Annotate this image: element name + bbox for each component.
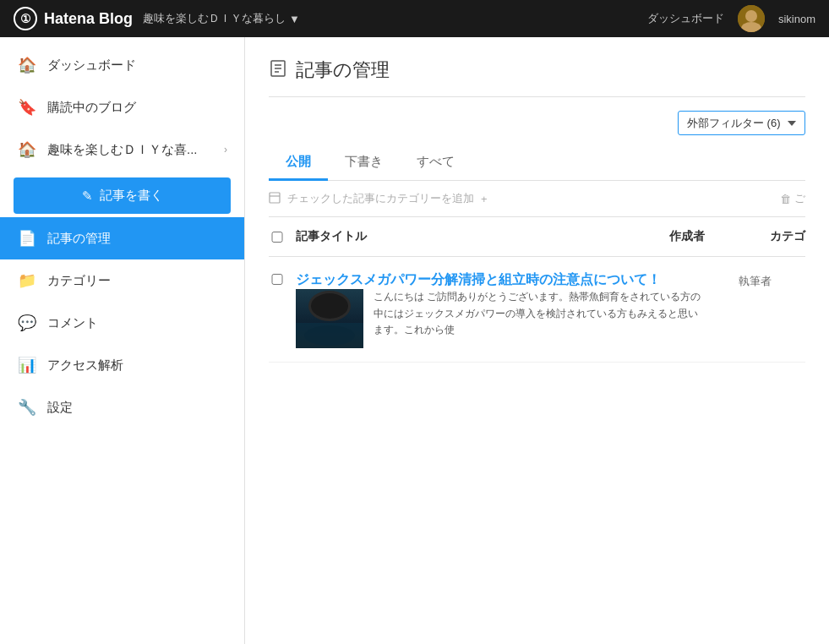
sidebar-item-label: 趣味を楽しむＤＩＹな喜... [47, 142, 214, 158]
comment-icon: 💬 [17, 314, 37, 332]
header-dashboard-link[interactable]: ダッシュボード [647, 11, 724, 26]
col-author-header: 作成者 [636, 229, 738, 244]
folder-icon: 📁 [17, 271, 37, 290]
article-excerpt: こんにちは ご訪問ありがとうございます。熱帯魚飼育をされている方の中にはジェック… [374, 289, 704, 348]
sidebar-item-manage[interactable]: 📄 記事の管理 [0, 217, 244, 259]
chevron-down-icon: ▼ [289, 13, 300, 25]
header-logo-text: Hatena Blog [44, 10, 133, 28]
sidebar-item-label: カテゴリー [47, 273, 227, 289]
svg-point-11 [311, 293, 348, 319]
sidebar-item-myblog[interactable]: 🏠 趣味を楽しむＤＩＹな喜... › [0, 128, 244, 171]
sidebar-item-subscriptions[interactable]: 🔖 購読中のブログ [0, 86, 244, 128]
trash-icon: 🗑 [780, 193, 791, 205]
blog-icon: 🏠 [17, 140, 37, 159]
tab-draft[interactable]: 下書き [328, 145, 400, 181]
sidebar-item-label: 購読中のブログ [47, 100, 227, 116]
sidebar-item-label: ダッシュボード [47, 57, 227, 74]
article-title-link[interactable]: ジェックスメガパワー分解清掃と組立時の注意点について！ [296, 272, 661, 287]
chart-icon: 📊 [17, 356, 37, 374]
sidebar-item-label: 記事の管理 [47, 231, 227, 247]
avatar[interactable] [738, 5, 765, 32]
hatena-logo-icon: ① [14, 7, 37, 30]
sidebar-item-label: 設定 [47, 400, 227, 416]
home-icon: 🏠 [17, 56, 37, 74]
sidebar-item-dashboard[interactable]: 🏠 ダッシュボード [0, 44, 244, 86]
sidebar-item-settings[interactable]: 🔧 設定 [0, 386, 244, 428]
sidebar-item-access[interactable]: 📊 アクセス解析 [0, 344, 244, 386]
header-right: ダッシュボード sikinom [647, 5, 815, 32]
header-username: sikinom [778, 13, 815, 25]
manage-icon: 📄 [17, 229, 37, 248]
page-title-text: 記事の管理 [296, 57, 390, 83]
svg-rect-7 [270, 193, 280, 203]
category-add-icon [269, 192, 281, 206]
bookmark-icon: 🔖 [17, 98, 37, 117]
page-title-icon [269, 59, 287, 82]
col-title-header: 記事タイトル [296, 229, 636, 244]
write-button-label: 記事を書く [100, 188, 163, 204]
filter-select[interactable]: 外部フィルター (6) [678, 111, 805, 135]
main-content: 記事の管理 外部フィルター (6) 公開 下書き すべて [245, 37, 829, 644]
layout: 🏠 ダッシュボード 🔖 購読中のブログ 🏠 趣味を楽しむＤＩＹな喜... › ✎… [0, 37, 829, 644]
article-checkbox[interactable] [269, 274, 286, 285]
sidebar-item-category[interactable]: 📁 カテゴリー [0, 259, 244, 302]
page-title: 記事の管理 [269, 57, 805, 97]
article-thumbnail [296, 289, 363, 348]
tabs: 公開 下書き すべて [269, 145, 805, 181]
sidebar: 🏠 ダッシュボード 🔖 購読中のブログ 🏠 趣味を楽しむＤＩＹな喜... › ✎… [0, 37, 245, 644]
toolbar-category-label: チェックした記事にカテゴリーを追加 [287, 191, 474, 206]
table-header: 記事タイトル 作成者 カテゴ [269, 217, 805, 257]
header-blog-name[interactable]: 趣味を楽しむＤＩＹな暮らし ▼ [143, 11, 300, 26]
svg-point-1 [745, 10, 757, 22]
select-all-checkbox[interactable] [269, 232, 286, 243]
tab-all[interactable]: すべて [400, 145, 472, 181]
header-logo[interactable]: ① Hatena Blog [14, 7, 133, 30]
sidebar-item-label: コメント [47, 315, 227, 331]
tab-public[interactable]: 公開 [269, 145, 328, 181]
write-article-button[interactable]: ✎ 記事を書く [14, 177, 231, 214]
toolbar-delete-label: ご [794, 191, 805, 206]
header: ① Hatena Blog 趣味を楽しむＤＩＹな暮らし ▼ ダッシュボード si… [0, 0, 829, 37]
toolbar-delete[interactable]: 🗑 ご [780, 191, 805, 206]
chevron-right-icon: › [224, 144, 227, 156]
sidebar-item-label: アクセス解析 [47, 357, 227, 374]
write-icon: ✎ [82, 188, 93, 204]
article-body: こんにちは ご訪問ありがとうございます。熱帯魚飼育をされている方の中にはジェック… [296, 289, 704, 348]
article-content: ジェックスメガパワー分解清掃と組立時の注意点について！ [296, 270, 704, 348]
toolbar-plus-icon: + [481, 193, 488, 205]
col-category-header: カテゴ [738, 229, 805, 244]
table-row: ジェックスメガパワー分解清掃と組立時の注意点について！ [269, 257, 805, 363]
sidebar-item-comment[interactable]: 💬 コメント [0, 302, 244, 344]
toolbar: チェックした記事にカテゴリーを追加 + 🗑 ご [269, 181, 805, 217]
svg-point-12 [304, 325, 355, 346]
article-author: 執筆者 [704, 270, 805, 289]
gear-icon: 🔧 [17, 398, 37, 417]
filter-row: 外部フィルター (6) [269, 111, 805, 135]
